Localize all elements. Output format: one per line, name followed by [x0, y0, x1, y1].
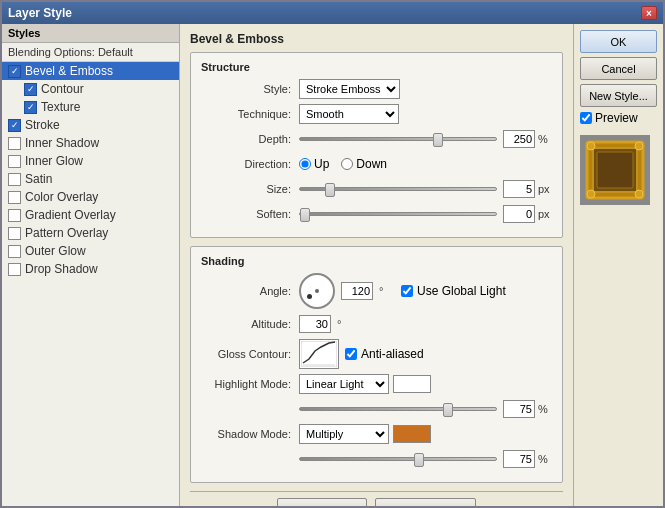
new-style-button[interactable]: New Style... [580, 84, 657, 107]
dial-dot [307, 294, 312, 299]
contour-preview[interactable] [299, 339, 339, 369]
sidebar-item-color-overlay[interactable]: Color Overlay [2, 188, 179, 206]
color-overlay-label: Color Overlay [25, 190, 98, 204]
ok-button[interactable]: OK [580, 30, 657, 53]
drop-shadow-check [8, 263, 21, 276]
pattern-overlay-label: Pattern Overlay [25, 226, 108, 240]
gloss-contour-label: Gloss Contour: [201, 348, 291, 360]
technique-select[interactable]: Smooth [299, 104, 399, 124]
direction-down-item[interactable]: Down [341, 157, 387, 171]
highlight-opacity-row: Depth: 75 % [201, 399, 552, 419]
shadow-opacity-control: 75 % [299, 450, 552, 468]
direction-up-item[interactable]: Up [299, 157, 329, 171]
style-select[interactable]: Stroke Emboss [299, 79, 400, 99]
use-global-light-row[interactable]: Use Global Light [401, 284, 506, 298]
altitude-value[interactable]: 30 [299, 315, 331, 333]
shadow-mode-control: Multiply [299, 424, 552, 444]
outer-glow-label: Outer Glow [25, 244, 86, 258]
cancel-button[interactable]: Cancel [580, 57, 657, 80]
soften-value[interactable]: 0 [503, 205, 535, 223]
shadow-opacity-slider[interactable] [299, 457, 497, 461]
angle-value[interactable]: 120 [341, 282, 373, 300]
soften-unit: px [538, 208, 552, 220]
sidebar-item-contour[interactable]: Contour [2, 80, 179, 98]
satin-label: Satin [25, 172, 52, 186]
structure-title: Structure [201, 61, 552, 73]
make-default-button[interactable]: Make Default [277, 498, 367, 506]
sidebar-item-bevel-emboss[interactable]: Bevel & Emboss [2, 62, 179, 80]
gradient-overlay-check [8, 209, 21, 222]
sidebar-item-gradient-overlay[interactable]: Gradient Overlay [2, 206, 179, 224]
sidebar-item-satin[interactable]: Satin [2, 170, 179, 188]
depth-row: Depth: 250 % [201, 129, 552, 149]
sidebar-item-texture[interactable]: Texture [2, 98, 179, 116]
depth-slider[interactable] [299, 137, 497, 141]
svg-point-5 [587, 142, 595, 150]
bottom-buttons: Make Default Reset to Default [190, 491, 563, 506]
depth-thumb [433, 133, 443, 147]
preview-checkbox-row[interactable]: Preview [580, 111, 657, 125]
depth-control: 250 % [299, 130, 552, 148]
size-unit: px [538, 183, 552, 195]
size-control: 5 px [299, 180, 552, 198]
direction-down-radio[interactable] [341, 158, 353, 170]
shadow-color-swatch[interactable] [393, 425, 431, 443]
direction-up-radio[interactable] [299, 158, 311, 170]
sidebar-item-inner-glow[interactable]: Inner Glow [2, 152, 179, 170]
sidebar-item-inner-shadow[interactable]: Inner Shadow [2, 134, 179, 152]
shadow-opacity-value[interactable]: 75 [503, 450, 535, 468]
blending-options-item[interactable]: Blending Options: Default [2, 43, 179, 62]
preview-label: Preview [595, 111, 638, 125]
technique-row: Technique: Smooth [201, 104, 552, 124]
shadow-mode-select[interactable]: Multiply [299, 424, 389, 444]
anti-aliased-check[interactable] [345, 348, 357, 360]
highlight-opacity-value[interactable]: 75 [503, 400, 535, 418]
sidebar-item-drop-shadow[interactable]: Drop Shadow [2, 260, 179, 278]
title-bar: Layer Style × [2, 2, 663, 24]
anti-aliased-row[interactable]: Anti-aliased [345, 347, 424, 361]
svg-point-6 [635, 142, 643, 150]
shadow-opacity-thumb [414, 453, 424, 467]
reset-to-default-button[interactable]: Reset to Default [375, 498, 476, 506]
size-value[interactable]: 5 [503, 180, 535, 198]
altitude-row: Altitude: 30 ° [201, 314, 552, 334]
altitude-control: 30 ° [299, 315, 552, 333]
altitude-unit: ° [337, 318, 351, 330]
close-button[interactable]: × [641, 6, 657, 20]
technique-label: Technique: [201, 108, 291, 120]
use-global-light-check[interactable] [401, 285, 413, 297]
shading-section: Shading Angle: 120 ° Use Globa [190, 246, 563, 483]
left-panel: Styles Blending Options: Default Bevel &… [2, 24, 180, 506]
direction-radio-group: Up Down [299, 157, 387, 171]
highlight-mode-select[interactable]: Linear Light [299, 374, 389, 394]
highlight-opacity-unit: % [538, 403, 552, 415]
highlight-color-swatch[interactable] [393, 375, 431, 393]
shadow-mode-label: Shadow Mode: [201, 428, 291, 440]
svg-rect-0 [301, 341, 337, 367]
svg-point-7 [587, 190, 595, 198]
satin-check [8, 173, 21, 186]
depth-label: Depth: [201, 133, 291, 145]
highlight-opacity-slider[interactable] [299, 407, 497, 411]
size-slider[interactable] [299, 187, 497, 191]
direction-down-label: Down [356, 157, 387, 171]
sidebar-item-outer-glow[interactable]: Outer Glow [2, 242, 179, 260]
sidebar-item-stroke[interactable]: Stroke [2, 116, 179, 134]
drop-shadow-label: Drop Shadow [25, 262, 98, 276]
depth-value[interactable]: 250 [503, 130, 535, 148]
styles-header: Styles [2, 24, 179, 43]
contour-preview-svg [301, 341, 337, 367]
bevel-emboss-check [8, 65, 21, 78]
angle-dial[interactable] [299, 273, 335, 309]
soften-slider[interactable] [299, 212, 497, 216]
highlight-opacity-control: 75 % [299, 400, 552, 418]
highlight-mode-row: Highlight Mode: Linear Light [201, 374, 552, 394]
right-panel: OK Cancel New Style... Preview [573, 24, 663, 506]
shadow-mode-row: Shadow Mode: Multiply [201, 424, 552, 444]
inner-glow-check [8, 155, 21, 168]
dial-center [315, 289, 319, 293]
soften-thumb [300, 208, 310, 222]
structure-section: Structure Style: Stroke Emboss Technique… [190, 52, 563, 238]
sidebar-item-pattern-overlay[interactable]: Pattern Overlay [2, 224, 179, 242]
preview-check[interactable] [580, 112, 592, 124]
